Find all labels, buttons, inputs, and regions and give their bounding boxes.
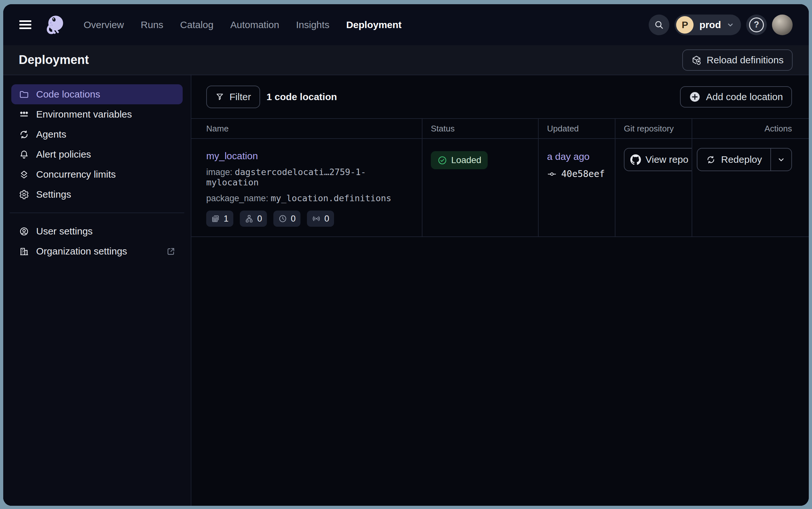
deployment-initial-badge: P bbox=[676, 16, 694, 34]
filter-button[interactable]: Filter bbox=[206, 86, 260, 108]
sidebar-item-label: Agents bbox=[36, 129, 66, 140]
bell-icon bbox=[19, 149, 29, 160]
redeploy-label: Redeploy bbox=[721, 154, 762, 165]
sidebar-divider bbox=[10, 212, 184, 213]
sidebar-item-code-locations[interactable]: Code locations bbox=[11, 84, 183, 104]
external-link-icon bbox=[166, 247, 176, 256]
image-label: image: bbox=[206, 167, 232, 177]
app-window: Overview Runs Catalog Automation Insight… bbox=[3, 4, 809, 506]
jobs-count-badge: 0 bbox=[240, 211, 267, 227]
sidebar-item-label: Settings bbox=[36, 189, 71, 200]
primary-nav: Overview Runs Catalog Automation Insight… bbox=[83, 20, 402, 30]
nav-item-catalog[interactable]: Catalog bbox=[180, 20, 213, 30]
page-header: Deployment Reload definitions bbox=[3, 45, 809, 75]
filter-icon bbox=[215, 92, 224, 101]
redeploy-icon bbox=[706, 155, 716, 165]
redeploy-button[interactable]: Redeploy bbox=[697, 148, 770, 171]
schedules-icon bbox=[278, 214, 287, 223]
view-repo-label: View repo bbox=[645, 154, 689, 165]
content-area: Code locations Environment variables bbox=[3, 75, 809, 506]
commit-hash: 40e58eef bbox=[561, 169, 605, 179]
search-icon bbox=[654, 20, 664, 30]
redeploy-more-button[interactable] bbox=[771, 148, 791, 171]
sidebar-item-user-settings[interactable]: User settings bbox=[11, 221, 183, 241]
agents-icon bbox=[19, 130, 29, 139]
deployment-switcher[interactable]: P prod bbox=[674, 14, 741, 35]
definition-counts: 1 0 bbox=[206, 211, 414, 227]
sensors-count-badge: 0 bbox=[307, 211, 334, 227]
schedules-count-badge: 0 bbox=[273, 211, 300, 227]
git-commit-icon bbox=[547, 169, 557, 179]
chevron-down-icon bbox=[726, 21, 735, 29]
user-avatar[interactable] bbox=[772, 14, 792, 35]
status-label: Loaded bbox=[451, 155, 481, 165]
reload-definitions-button[interactable]: Reload definitions bbox=[682, 49, 793, 71]
top-nav: Overview Runs Catalog Automation Insight… bbox=[3, 4, 809, 45]
git-repository-cell: View repo bbox=[615, 139, 692, 236]
help-button[interactable]: ? bbox=[746, 14, 767, 35]
add-code-location-button[interactable]: Add code location bbox=[680, 86, 792, 107]
column-header-name: Name bbox=[191, 119, 422, 138]
redeploy-split-button: Redeploy bbox=[697, 148, 792, 171]
column-header-actions: Actions bbox=[692, 119, 809, 138]
deployment-name: prod bbox=[699, 20, 721, 30]
sidebar-item-organization-settings[interactable]: Organization settings bbox=[11, 241, 183, 261]
nav-item-overview[interactable]: Overview bbox=[83, 20, 124, 30]
assets-count: 1 bbox=[224, 214, 228, 224]
assets-count-badge: 1 bbox=[206, 211, 233, 227]
status-cell: Loaded bbox=[422, 139, 538, 236]
search-button[interactable] bbox=[649, 14, 669, 35]
help-icon: ? bbox=[749, 18, 764, 32]
view-repo-button[interactable]: View repo bbox=[624, 148, 692, 171]
sidebar-item-environment-variables[interactable]: Environment variables bbox=[11, 104, 183, 124]
sidebar-item-label: Environment variables bbox=[36, 109, 132, 120]
sidebar-item-alert-policies[interactable]: Alert policies bbox=[11, 144, 183, 164]
page-title: Deployment bbox=[19, 53, 89, 67]
sidebar-item-label: Concurrency limits bbox=[36, 169, 116, 180]
filter-label: Filter bbox=[229, 92, 251, 102]
sidebar-item-label: User settings bbox=[36, 226, 93, 237]
assets-icon bbox=[211, 214, 220, 223]
sensors-icon bbox=[312, 214, 321, 223]
updated-cell: a day ago 40e58eef bbox=[538, 139, 615, 236]
sidebar-item-label: Alert policies bbox=[36, 149, 91, 160]
top-nav-right: P prod ? bbox=[649, 14, 792, 35]
nav-item-insights[interactable]: Insights bbox=[296, 20, 329, 30]
jobs-count: 0 bbox=[257, 214, 262, 224]
name-cell: my_location image: dagstercodelocati…275… bbox=[191, 139, 422, 236]
layers-icon bbox=[19, 170, 29, 179]
nav-item-automation[interactable]: Automation bbox=[230, 20, 279, 30]
column-header-updated: Updated bbox=[538, 119, 615, 138]
deployment-sidebar: Code locations Environment variables bbox=[3, 75, 191, 506]
image-line: image: dagstercodelocati…2759-1-mylocati… bbox=[206, 167, 414, 188]
env-vars-icon bbox=[19, 109, 29, 120]
sidebar-item-label: Code locations bbox=[36, 89, 100, 100]
gear-icon bbox=[19, 190, 29, 200]
github-icon bbox=[630, 155, 641, 165]
code-location-row: my_location image: dagstercodelocati…275… bbox=[191, 139, 809, 237]
jobs-icon bbox=[245, 214, 254, 223]
chevron-down-icon bbox=[777, 155, 785, 164]
sidebar-item-settings[interactable]: Settings bbox=[11, 184, 183, 204]
code-locations-toolbar: Filter 1 code location Add code location bbox=[191, 75, 809, 118]
code-location-name-link[interactable]: my_location bbox=[206, 150, 258, 162]
code-locations-table-header: Name Status Updated Git repository Actio… bbox=[191, 118, 809, 139]
commit-line: 40e58eef bbox=[547, 169, 615, 179]
column-header-git-repository: Git repository bbox=[615, 119, 692, 138]
schedules-count: 0 bbox=[291, 214, 296, 224]
package-label: package_name: bbox=[206, 194, 268, 203]
column-header-status: Status bbox=[422, 119, 538, 138]
code-locations-main: Filter 1 code location Add code location… bbox=[191, 75, 809, 506]
actions-cell: Redeploy bbox=[692, 139, 809, 236]
sensors-count: 0 bbox=[324, 214, 329, 224]
sidebar-item-agents[interactable]: Agents bbox=[11, 124, 183, 144]
nav-item-deployment[interactable]: Deployment bbox=[346, 20, 402, 30]
nav-item-runs[interactable]: Runs bbox=[141, 20, 163, 30]
hamburger-menu-icon[interactable] bbox=[20, 20, 31, 29]
add-code-location-label: Add code location bbox=[706, 92, 783, 102]
updated-time-link[interactable]: a day ago bbox=[547, 151, 590, 162]
status-badge: Loaded bbox=[431, 151, 488, 169]
package-line: package_name: my_location.definitions bbox=[206, 193, 414, 203]
dagster-logo-icon[interactable] bbox=[43, 12, 68, 37]
sidebar-item-concurrency-limits[interactable]: Concurrency limits bbox=[11, 164, 183, 184]
